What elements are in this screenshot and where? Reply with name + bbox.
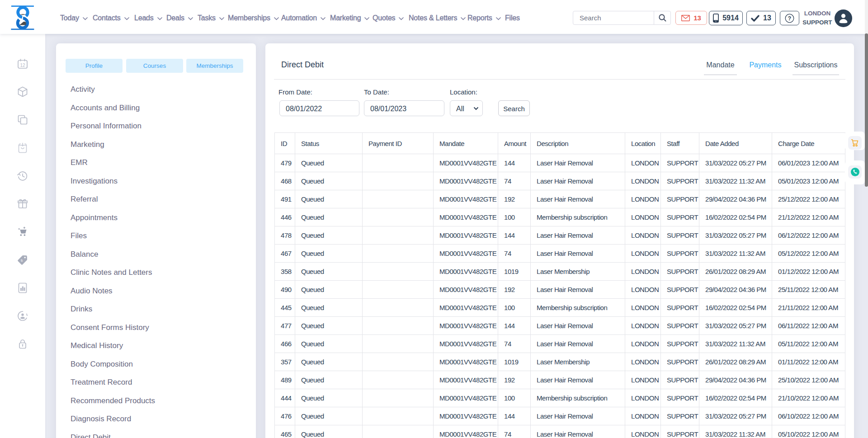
svg-text:12: 12: [20, 63, 25, 68]
svg-text:?: ?: [788, 15, 791, 22]
